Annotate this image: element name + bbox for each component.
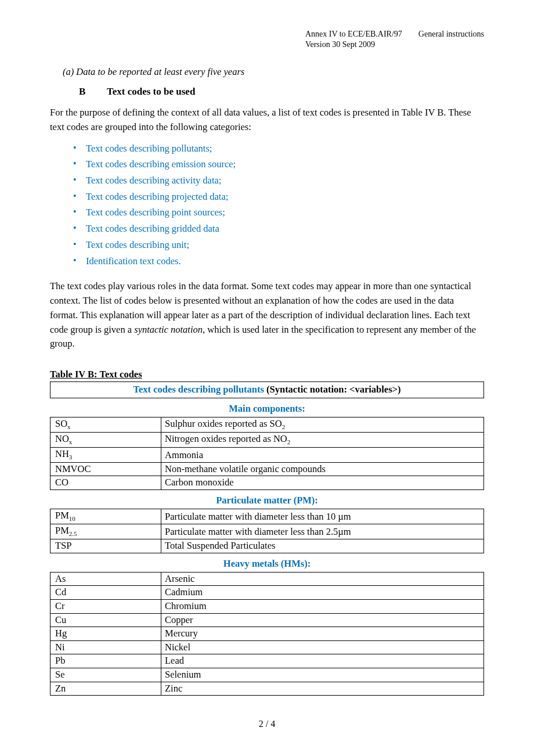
description-cell: Copper (161, 613, 484, 627)
description-cell: Ammonia (161, 447, 484, 462)
section-a-heading: (a) Data to be reported at least every f… (63, 66, 484, 78)
description-cell: Zinc (161, 682, 484, 696)
list-item[interactable]: Text codes describing activity data; (86, 172, 484, 189)
code-cell: SOx (50, 417, 161, 432)
description-cell: Lead (161, 654, 484, 668)
table-row: NH3Ammonia (50, 447, 484, 462)
table-subheading: Main components: (50, 398, 484, 417)
codes-subtable: SOxSulphur oxides reported as SO2NOxNitr… (50, 417, 484, 490)
code-cell: Cr (50, 599, 161, 613)
section-b-title: Text codes to be used (107, 86, 195, 97)
code-cell: CO (50, 476, 161, 490)
description-cell: Cadmium (161, 586, 484, 600)
code-cell: Ni (50, 640, 161, 654)
table-row: COCarbon monoxide (50, 476, 484, 490)
table-title: Table IV B: Text codes (50, 369, 484, 380)
table-row: NiNickel (50, 640, 484, 654)
code-cell: As (50, 572, 161, 586)
table-row: AsArsenic (50, 572, 484, 586)
section-b-letter: B (79, 86, 104, 98)
code-cell: NH3 (50, 447, 161, 462)
table-row: TSPTotal Suspended Particulates (50, 539, 484, 553)
table-row: NMVOCNon-methane volatile organic compou… (50, 462, 484, 476)
code-cell: Cu (50, 613, 161, 627)
table-row: HgMercury (50, 627, 484, 641)
description-cell: Chromium (161, 599, 484, 613)
description-cell: Selenium (161, 668, 484, 682)
list-item[interactable]: Text codes describing point sources; (86, 204, 484, 221)
codes-subtable: PM10Particulate matter with diameter les… (50, 509, 484, 553)
code-cell: Hg (50, 627, 161, 641)
table-row: ZnZinc (50, 682, 484, 696)
header-annex: Annex IV to ECE/EB.AIR/97 (305, 29, 402, 39)
code-cell: Zn (50, 682, 161, 696)
description-cell: Mercury (161, 627, 484, 641)
code-cell: Pb (50, 654, 161, 668)
table-header-row: Text codes describing pollutants (Syntac… (50, 382, 484, 398)
code-cell: TSP (50, 539, 161, 553)
code-cell: Cd (50, 586, 161, 600)
code-cell: NMVOC (50, 462, 161, 476)
table-header-rest: (Syntactic notation: <variables>) (264, 384, 401, 395)
list-item[interactable]: Text codes describing emission source; (86, 156, 484, 172)
description-cell: Carbon monoxide (161, 476, 484, 490)
table-row: CdCadmium (50, 586, 484, 600)
table-subheading: Particulate matter (PM): (50, 490, 484, 509)
list-item[interactable]: Identification text codes. (86, 253, 484, 269)
description-cell: Nickel (161, 640, 484, 654)
description-cell: Nitrogen oxides reported as NO2 (161, 432, 484, 447)
code-cell: PM2.5 (50, 524, 161, 539)
table-subheading: Heavy metals (HMs): (50, 553, 484, 572)
table-row: PM10Particulate matter with diameter les… (50, 509, 484, 524)
table-header-blue: Text codes describing pollutants (134, 384, 264, 395)
page-header: Annex IV to ECE/EB.AIR/97 General instru… (305, 29, 484, 50)
code-cell: NOx (50, 432, 161, 447)
code-cell: Se (50, 668, 161, 682)
explanation-paragraph: The text codes play various roles in the… (50, 279, 484, 351)
list-item[interactable]: Text codes describing projected data; (86, 189, 484, 205)
codes-table: Text codes describing pollutants (Syntac… (50, 381, 484, 398)
list-item[interactable]: Text codes describing unit; (86, 237, 484, 253)
description-cell: Particulate matter with diameter less th… (161, 509, 484, 524)
description-cell: Non-methane volatile organic compounds (161, 462, 484, 476)
bullet-list: Text codes describing pollutants; Text c… (50, 141, 484, 269)
list-item[interactable]: Text codes describing gridded data (86, 221, 484, 237)
list-item[interactable]: Text codes describing pollutants; (86, 141, 484, 157)
table-row: CrChromium (50, 599, 484, 613)
table-row: NOxNitrogen oxides reported as NO2 (50, 432, 484, 447)
description-cell: Sulphur oxides reported as SO2 (161, 417, 484, 432)
table-row: PbLead (50, 654, 484, 668)
table-row: CuCopper (50, 613, 484, 627)
description-cell: Arsenic (161, 572, 484, 586)
code-cell: PM10 (50, 509, 161, 524)
table-row: SeSelenium (50, 668, 484, 682)
header-title: General instructions (418, 29, 484, 39)
description-cell: Total Suspended Particulates (161, 539, 484, 553)
intro-paragraph: For the purpose of defining the context … (50, 106, 484, 135)
table-row: SOxSulphur oxides reported as SO2 (50, 417, 484, 432)
codes-subtable: AsArsenicCdCadmiumCrChromiumCuCopperHgMe… (50, 572, 484, 696)
page-number: 2 / 4 (0, 719, 534, 729)
table-row: PM2.5Particulate matter with diameter le… (50, 524, 484, 539)
header-version: Version 30 Sept 2009 (305, 39, 484, 50)
description-cell: Particulate matter with diameter less th… (161, 524, 484, 539)
section-b-heading: B Text codes to be used (79, 86, 484, 98)
